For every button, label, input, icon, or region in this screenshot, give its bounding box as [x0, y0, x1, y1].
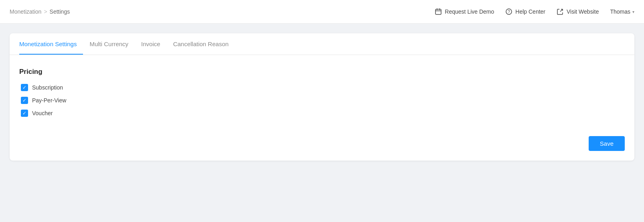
visit-website-button[interactable]: Visit Website: [557, 8, 599, 15]
visit-website-label: Visit Website: [567, 8, 599, 15]
pay-per-view-item[interactable]: ✓ Pay-Per-View: [21, 97, 625, 104]
tab-multi-currency[interactable]: Multi Currency: [83, 33, 135, 55]
voucher-checkbox[interactable]: ✓: [21, 110, 28, 117]
calendar-icon: [435, 8, 442, 15]
tabs-container: Monetization Settings Multi Currency Inv…: [10, 33, 634, 55]
subscription-checkmark: ✓: [22, 85, 26, 90]
subscription-item[interactable]: ✓ Subscription: [21, 84, 625, 91]
help-center-button[interactable]: ? Help Center: [505, 8, 545, 15]
voucher-checkmark: ✓: [22, 111, 26, 116]
subscription-checkbox[interactable]: ✓: [21, 84, 28, 91]
pay-per-view-label: Pay-Per-View: [32, 97, 66, 104]
breadcrumb-separator: >: [44, 8, 47, 15]
user-menu[interactable]: Thomas ▾: [610, 8, 634, 15]
tab-cancellation-reason[interactable]: Cancellation Reason: [167, 33, 235, 55]
breadcrumb-parent[interactable]: Monetization: [10, 8, 41, 15]
main-content: Monetization Settings Multi Currency Inv…: [0, 24, 644, 170]
request-live-demo-label: Request Live Demo: [445, 8, 494, 15]
subscription-label: Subscription: [32, 84, 63, 91]
tab-invoice[interactable]: Invoice: [135, 33, 167, 55]
header: Monetization > Settings Request Live Dem…: [0, 0, 644, 24]
breadcrumb: Monetization > Settings: [10, 8, 70, 15]
svg-line-6: [560, 9, 563, 12]
settings-card: Monetization Settings Multi Currency Inv…: [10, 33, 634, 161]
card-footer: Save: [10, 130, 634, 161]
pay-per-view-checkmark: ✓: [22, 98, 26, 103]
tab-monetization-settings[interactable]: Monetization Settings: [19, 33, 83, 55]
voucher-item[interactable]: ✓ Voucher: [21, 110, 625, 117]
save-button[interactable]: Save: [589, 136, 625, 151]
request-live-demo-button[interactable]: Request Live Demo: [435, 8, 494, 15]
pricing-section-title: Pricing: [19, 68, 625, 76]
svg-text:?: ?: [508, 10, 510, 14]
header-actions: Request Live Demo ? Help Center Visit We…: [435, 8, 634, 15]
pricing-checkbox-list: ✓ Subscription ✓ Pay-Per-View ✓ Vou: [21, 84, 625, 117]
breadcrumb-current: Settings: [50, 8, 70, 15]
pay-per-view-checkbox[interactable]: ✓: [21, 97, 28, 104]
help-center-label: Help Center: [515, 8, 545, 15]
svg-rect-0: [435, 9, 441, 14]
card-body: Pricing ✓ Subscription ✓ Pay-Per-View: [10, 55, 634, 130]
external-link-icon: [557, 8, 564, 15]
voucher-label: Voucher: [32, 110, 53, 116]
help-circle-icon: ?: [505, 8, 512, 15]
user-menu-chevron: ▾: [632, 10, 634, 14]
user-name: Thomas: [610, 8, 630, 15]
